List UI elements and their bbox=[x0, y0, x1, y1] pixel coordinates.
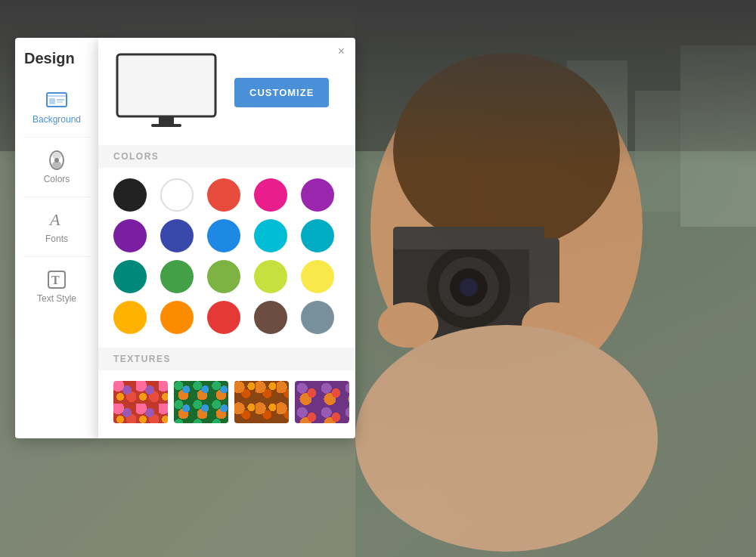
color-grid bbox=[113, 178, 340, 334]
texture-swatch-4[interactable] bbox=[295, 381, 349, 423]
fonts-icon: A bbox=[46, 209, 67, 231]
svg-point-26 bbox=[54, 158, 59, 162]
svg-point-11 bbox=[460, 278, 478, 296]
color-swatch-cyan[interactable] bbox=[254, 219, 287, 252]
color-swatch-light-green[interactable] bbox=[207, 260, 240, 293]
text-style-icon: T bbox=[46, 269, 67, 290]
color-swatch-dark-purple[interactable] bbox=[113, 219, 147, 252]
sidebar-item-text-style[interactable]: T Text Style bbox=[15, 258, 98, 314]
color-swatch-deep-red[interactable] bbox=[207, 301, 240, 334]
color-swatch-purple[interactable] bbox=[301, 178, 334, 212]
svg-rect-3 bbox=[635, 91, 680, 212]
color-swatch-orange[interactable] bbox=[160, 301, 194, 334]
texture-swatch-2[interactable] bbox=[174, 381, 228, 423]
textures-section-label: TEXTURES bbox=[98, 348, 355, 370]
colors-label: Colors bbox=[44, 174, 70, 184]
svg-rect-20 bbox=[49, 98, 55, 104]
divider-3 bbox=[23, 256, 90, 257]
svg-rect-32 bbox=[159, 116, 174, 124]
texture-grid bbox=[113, 381, 340, 423]
color-swatch-teal[interactable] bbox=[113, 260, 147, 293]
colors-section-label: COLORS bbox=[98, 145, 355, 168]
color-swatch-amber[interactable] bbox=[113, 301, 147, 334]
sidebar-item-fonts[interactable]: A Fonts bbox=[15, 199, 98, 255]
color-swatch-brown[interactable] bbox=[254, 301, 287, 334]
divider-2 bbox=[23, 196, 90, 197]
monitor-preview bbox=[113, 53, 219, 132]
background-icon bbox=[46, 90, 67, 111]
color-swatch-yellow-green[interactable] bbox=[254, 260, 287, 293]
color-swatch-teal-cyan[interactable] bbox=[301, 219, 334, 252]
divider-1 bbox=[23, 137, 90, 138]
color-swatch-hot-pink[interactable] bbox=[254, 178, 287, 212]
sidebar-item-background[interactable]: Background bbox=[15, 79, 98, 135]
color-swatch-black[interactable] bbox=[113, 178, 147, 212]
sidebar-item-colors[interactable]: Colors bbox=[15, 139, 98, 195]
design-panel: Design Background bbox=[15, 38, 355, 438]
svg-text:A: A bbox=[48, 210, 60, 229]
color-swatch-indigo[interactable] bbox=[160, 219, 194, 252]
texture-swatch-1[interactable] bbox=[113, 381, 168, 423]
panel-title: Design bbox=[15, 50, 84, 79]
svg-rect-13 bbox=[529, 238, 559, 314]
svg-rect-12 bbox=[393, 227, 544, 249]
color-swatch-white[interactable] bbox=[160, 178, 194, 212]
customize-button[interactable]: CUSTOMIZE bbox=[234, 78, 329, 107]
background-label: Background bbox=[33, 114, 81, 125]
colors-icon bbox=[46, 150, 67, 171]
svg-rect-31 bbox=[119, 56, 214, 115]
main-panel: × CUSTOMIZE COLORS TEXTURES bbox=[98, 38, 355, 438]
monitor-preview-area: CUSTOMIZE bbox=[113, 53, 340, 132]
close-button[interactable]: × bbox=[338, 45, 345, 57]
color-swatch-blue-grey[interactable] bbox=[301, 301, 334, 334]
svg-rect-4 bbox=[680, 45, 756, 227]
color-swatch-yellow[interactable] bbox=[301, 260, 334, 293]
svg-point-16 bbox=[355, 325, 658, 552]
svg-point-6 bbox=[393, 53, 620, 249]
color-swatch-blue[interactable] bbox=[207, 219, 240, 252]
sidebar: Design Background bbox=[15, 38, 98, 438]
text-style-label: Text Style bbox=[37, 293, 76, 304]
svg-text:T: T bbox=[51, 274, 60, 286]
color-swatch-red[interactable] bbox=[207, 178, 240, 212]
texture-swatch-3[interactable] bbox=[234, 381, 289, 423]
color-swatch-green[interactable] bbox=[160, 260, 194, 293]
fonts-label: Fonts bbox=[45, 234, 68, 244]
svg-rect-33 bbox=[151, 124, 181, 127]
